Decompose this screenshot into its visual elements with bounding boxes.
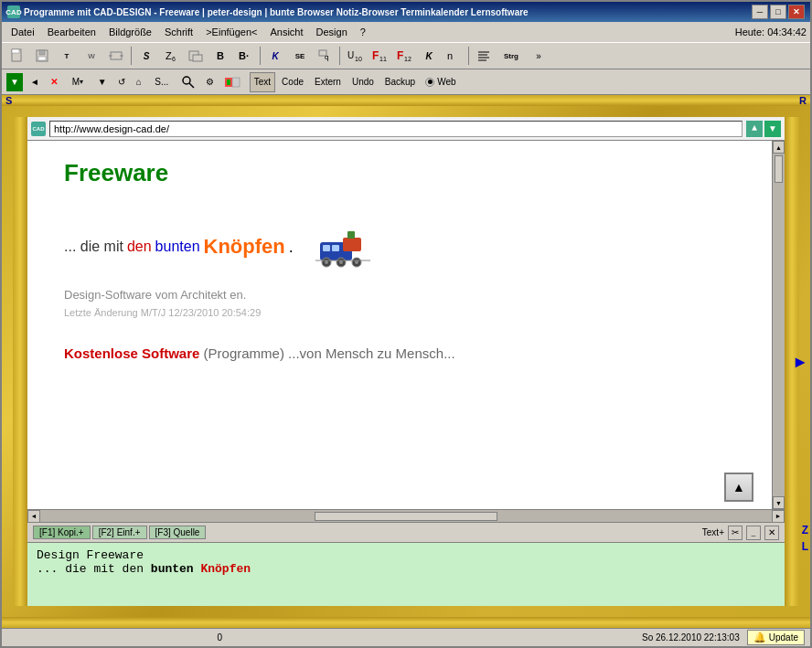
tb-u10[interactable]: U10 [343, 45, 367, 67]
web-radio-circle [425, 78, 434, 87]
tb2-back[interactable]: ◄ [26, 72, 44, 92]
tb-web[interactable]: W [80, 45, 103, 67]
tb-bold[interactable]: B [208, 45, 232, 67]
url-input[interactable] [49, 121, 743, 137]
svg-text:11: 11 [379, 56, 387, 62]
toolbar1: T W S Z6 B B· K SE q U10 F11 F12 [2, 42, 810, 69]
tb-strg[interactable]: Strg [497, 45, 526, 67]
tb-se[interactable]: SE [288, 45, 312, 67]
svg-rect-4 [38, 57, 46, 60]
tb-box[interactable] [184, 45, 208, 67]
tb-align[interactable] [472, 45, 496, 67]
browser-content-wrapper: Freeware ... die mit den bunten Knöpfen … [27, 141, 785, 509]
status-right: Text+ ✂ _ ✕ [702, 526, 779, 540]
golden-bottom-bar [2, 617, 810, 628]
svg-rect-32 [323, 245, 330, 251]
menu-datei[interactable]: Datei [5, 25, 40, 39]
horizontal-scrollbar[interactable]: ◄ ► [27, 509, 785, 522]
frame-right-arrow[interactable]: ► [792, 352, 808, 371]
status-tab-2[interactable]: [F2] Einf.+ [92, 526, 147, 539]
svg-text:6: 6 [172, 56, 176, 62]
minimize-button[interactable]: ─ [752, 5, 768, 19]
tb2-home[interactable]: ⌂ [132, 72, 146, 92]
tb-n[interactable]: n [442, 45, 465, 67]
tb2-dropdown[interactable]: ▼ [5, 72, 24, 92]
menu-date: Heute: 04:34:42 [735, 27, 807, 37]
vertical-scrollbar[interactable]: ▲ ▼ [772, 141, 785, 509]
label-r: R [799, 96, 807, 106]
tb-save[interactable] [30, 45, 54, 67]
scroll-up-btn[interactable]: ▲ [773, 141, 785, 154]
tb-z[interactable]: Z6 [159, 45, 183, 67]
main-window: CAD Programme mit CAD-DESIGN - Freeware … [0, 0, 812, 648]
app-icon: CAD [7, 5, 20, 18]
url-arrow-down[interactable]: ▼ [764, 121, 781, 137]
frame-center: CAD ▼ ▼ Freeware ... die mit den [27, 117, 785, 606]
tb2-code[interactable]: Code [277, 72, 308, 92]
close-tab-btn[interactable]: ✕ [764, 526, 779, 540]
tb-text[interactable]: T [55, 45, 79, 67]
golden-top-bar: S R [2, 95, 810, 106]
close-button[interactable]: ✕ [788, 5, 805, 19]
site-date: Letzte Änderung M/T/J 12/23/2010 20:54:2… [64, 307, 735, 318]
scroll-up-button[interactable]: ▲ [724, 473, 753, 502]
menu-einfugen[interactable]: >Einfügen< [200, 25, 262, 39]
update-button[interactable]: 🔔 Update [747, 630, 805, 645]
svg-rect-11 [193, 55, 202, 61]
menu-bearbeiten[interactable]: Bearbeiten [42, 25, 102, 39]
url-arrow-container: ▼ ▼ [746, 121, 781, 137]
tb-q[interactable]: q [313, 45, 337, 67]
tb-k[interactable]: K [263, 45, 287, 67]
site-subtitle: Design-Software vom Architekt en. [64, 288, 735, 302]
menu-design[interactable]: Design [311, 25, 353, 39]
hscroll-thumb[interactable] [315, 512, 497, 521]
tb-f11[interactable]: F11 [368, 45, 391, 67]
tb-k2[interactable]: K [417, 45, 441, 67]
tb2-s[interactable]: S... [148, 72, 176, 92]
hscroll-left-btn[interactable]: ◄ [27, 510, 40, 523]
title-bar-left: CAD Programme mit CAD-DESIGN - Freeware … [7, 5, 529, 18]
hscroll-right-btn[interactable]: ► [772, 510, 785, 523]
menu-help[interactable]: ? [355, 25, 371, 39]
svg-text:12: 12 [404, 56, 411, 62]
text-line-1: Design Freeware [37, 548, 775, 562]
tb2-close[interactable]: ✕ [46, 72, 62, 92]
tb2-m[interactable]: M▾ [64, 72, 91, 92]
tagline-knopfen: Knöpfen [204, 235, 285, 259]
toolbar-sep-4 [468, 47, 469, 65]
svg-point-26 [183, 77, 190, 84]
tb2-color[interactable] [220, 72, 248, 92]
tb2-search[interactable] [177, 72, 199, 92]
tb2-radio-web[interactable]: Web [425, 77, 455, 87]
tb-new[interactable] [5, 45, 29, 67]
text-area[interactable]: Design Freeware ... die mit den bunten K… [27, 542, 785, 606]
menu-schrift[interactable]: Schrift [159, 25, 198, 39]
scroll-thumb[interactable] [775, 155, 783, 183]
tb-bold2[interactable]: B· [233, 45, 257, 67]
minimize-btn[interactable]: _ [746, 526, 761, 540]
tb-more[interactable]: » [527, 45, 550, 67]
status-tab-1[interactable]: [F1] Kopi.+ [33, 526, 91, 539]
scissors-btn[interactable]: ✂ [728, 526, 743, 540]
scroll-track[interactable] [773, 154, 785, 496]
tb2-refresh[interactable]: ↺ [113, 72, 130, 92]
scroll-down-btn[interactable]: ▼ [773, 496, 785, 509]
menu-ansicht[interactable]: Ansicht [264, 25, 308, 39]
tb2-settings[interactable]: ⚙ [201, 72, 219, 92]
software-suffix: (Programme) ...von Mensch zu Mensch... [204, 345, 455, 361]
frame-label-l: L [802, 540, 808, 553]
tb-resize[interactable] [104, 45, 128, 67]
site-tagline: ... die mit den bunten Knöpfen . [64, 224, 735, 270]
hscroll-track[interactable] [40, 510, 772, 522]
tb-s[interactable]: S [134, 45, 158, 67]
maximize-button[interactable]: □ [770, 5, 786, 19]
tb2-down[interactable]: ▼ [93, 72, 112, 92]
tb-f12[interactable]: F12 [392, 45, 416, 67]
status-tab-3[interactable]: [F3] Quelle [149, 526, 207, 539]
tb2-backup[interactable]: Backup [380, 72, 420, 92]
tb2-text[interactable]: Text [250, 72, 275, 92]
menu-bildgrosse[interactable]: Bildgröße [103, 25, 157, 39]
tb2-undo[interactable]: Undo [347, 72, 379, 92]
url-arrow-up[interactable]: ▼ [746, 121, 763, 137]
tb2-extern[interactable]: Extern [310, 72, 346, 92]
